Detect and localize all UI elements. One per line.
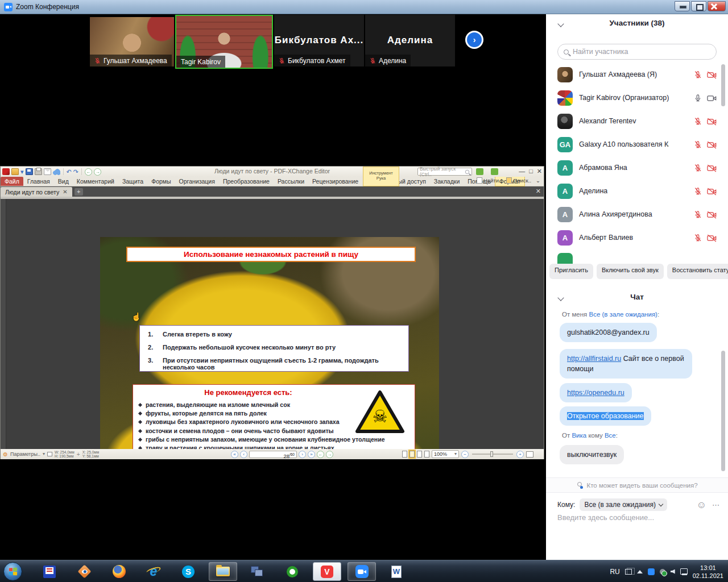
pdf-restore-button[interactable]: □	[529, 168, 533, 175]
zoom-slider-thumb[interactable]	[490, 451, 493, 457]
two-page-layout-icon[interactable]	[417, 451, 422, 458]
taskbar-item-green-app[interactable]	[278, 562, 307, 581]
options-caret-icon[interactable]: ▾	[43, 451, 45, 458]
recipient-link[interactable]: Все (в зале ожидания)	[589, 311, 657, 318]
participant-search[interactable]	[557, 44, 717, 60]
quick-launch-search[interactable]: Быстрый запуск (Ctrl..	[417, 168, 472, 176]
restore-button[interactable]	[691, 1, 706, 11]
sender-link[interactable]: Вика	[572, 432, 586, 439]
print-icon[interactable]	[35, 168, 42, 175]
taskbar-item-word[interactable]: W	[382, 562, 411, 581]
video-tile-gulshat[interactable]: Гульшат Ахмадеева	[90, 17, 174, 66]
participant-row[interactable]: A Аделина	[546, 180, 717, 203]
menu-convert[interactable]: Преобразование	[219, 177, 274, 186]
dropdown-caret[interactable]: ▾	[20, 168, 24, 175]
chat-visibility-notice[interactable]: Кто может видеть ваши сообщения?	[546, 477, 728, 493]
chat-scrollbar[interactable]	[721, 351, 725, 471]
volume-icon[interactable]	[671, 569, 675, 574]
zoom-tray-icon[interactable]	[648, 568, 655, 575]
tray-expand-icon[interactable]	[637, 570, 643, 573]
start-button[interactable]	[3, 562, 22, 581]
participant-row[interactable]: Alexandr Terentev	[546, 110, 717, 133]
cloud-icon[interactable]	[53, 168, 60, 175]
search-button[interactable]: Поиск..	[506, 177, 531, 184]
redo-icon[interactable]: ↷	[73, 168, 78, 175]
single-page-layout-icon[interactable]	[402, 451, 407, 458]
next-view-button[interactable]: →	[326, 451, 333, 458]
restore-status-button[interactable]: Восстановить стату	[667, 264, 728, 279]
taskbar-item-explorer-active[interactable]	[209, 562, 237, 581]
tab-close-icon[interactable]: ✕	[63, 189, 67, 195]
prev-view-button[interactable]: ←	[317, 451, 324, 458]
recipient-link[interactable]: Все	[605, 432, 616, 439]
taskbar-item-save-app[interactable]	[35, 562, 64, 581]
minimize-button[interactable]	[675, 1, 690, 11]
menu-forms[interactable]: Формы	[147, 177, 175, 186]
continuous-layout-icon-active[interactable]	[410, 451, 415, 458]
open-icon[interactable]	[11, 168, 19, 175]
menu-view[interactable]: Вид	[54, 177, 73, 186]
clock[interactable]: 13:01 02.11.2021	[693, 564, 723, 580]
prev-page-button[interactable]: ‹	[240, 451, 247, 458]
share-settings-icon[interactable]	[476, 168, 483, 175]
zoom-slider[interactable]	[472, 454, 513, 455]
chat-message-input[interactable]	[557, 513, 722, 522]
tabbar-close-icon[interactable]: ✕	[536, 188, 541, 195]
back-icon[interactable]: ←	[85, 168, 92, 176]
menu-file[interactable]: Файл	[1, 177, 23, 186]
invite-button[interactable]: Пригласить	[549, 264, 593, 279]
network-icon[interactable]	[680, 568, 688, 575]
email-icon[interactable]	[44, 168, 51, 175]
zoom-in-button[interactable]: +	[516, 451, 524, 458]
menu-organize[interactable]: Организация	[175, 177, 219, 186]
document-tab[interactable]: Люди идут по свету ✕	[1, 187, 72, 197]
taskbar-item-zoom-active[interactable]	[348, 562, 376, 581]
video-tile-tagir-active-speaker[interactable]: Tagir Kabirov	[175, 15, 273, 69]
options-button[interactable]: Параметры..	[10, 451, 40, 457]
participant-search-input[interactable]	[573, 48, 704, 56]
new-tab-button[interactable]: +	[75, 188, 83, 196]
toolbar-chevron-icon[interactable]: ⌄	[536, 177, 540, 184]
menu-mailings[interactable]: Рассылки	[274, 177, 308, 186]
next-page-button[interactable]: ›	[299, 451, 306, 458]
pdf-close-button[interactable]: ✕	[537, 168, 542, 175]
chat-link[interactable]: http://allfirstaid.ru	[567, 355, 621, 363]
participant-row[interactable]: A Абрамова Яна	[546, 156, 717, 180]
participant-row[interactable]: GA Galaxy A10 пользователя Ками...	[546, 133, 717, 156]
taskbar-item-skype[interactable]: S	[174, 562, 202, 581]
taskbar-item-remote-desktop[interactable]	[243, 562, 272, 581]
first-page-button[interactable]: «	[231, 451, 238, 458]
participant-row[interactable]: Гульшат Ахмадеева (Я)	[546, 63, 717, 86]
language-indicator[interactable]: RU	[610, 568, 619, 576]
recipient-select[interactable]: Все (в зале ожидания)	[580, 498, 667, 511]
undo-icon[interactable]: ↶	[67, 168, 72, 175]
page-number-input[interactable]: 28/60	[249, 451, 297, 458]
emoji-button[interactable]: ☺	[697, 500, 706, 511]
grid-layout-icon[interactable]	[424, 451, 429, 458]
taskbar-item-vivaldi-active[interactable]: V	[313, 562, 341, 581]
close-button[interactable]	[708, 1, 726, 11]
taskbar-item-internet-explorer[interactable]: e	[139, 562, 168, 581]
participants-scrollbar[interactable]	[721, 64, 725, 106]
participant-row[interactable]: Tagir Kabirov (Организатор)	[546, 86, 717, 110]
menu-bookmarks[interactable]: Закладки	[430, 177, 464, 186]
usb-tray-icon[interactable]	[660, 569, 665, 575]
document-view[interactable]: Использование незнакомых растений в пищу…	[1, 197, 544, 449]
forward-icon[interactable]: →	[94, 168, 101, 176]
zoom-out-button[interactable]: −	[461, 451, 469, 458]
find-button[interactable]: Найти..	[477, 177, 502, 184]
chat-more-button[interactable]: ⋯	[712, 501, 720, 509]
save-icon[interactable]	[26, 168, 33, 175]
taskbar-item-firefox[interactable]	[105, 562, 133, 581]
menu-protect[interactable]: Защита	[118, 177, 147, 186]
pdf-minimize-button[interactable]: —	[519, 168, 525, 175]
grid-view-icon[interactable]	[491, 168, 498, 175]
participant-row[interactable]: A Альберт Валиев	[546, 226, 717, 250]
last-page-button[interactable]: »	[308, 451, 315, 458]
chat-link[interactable]: https://openedu.ru	[567, 389, 624, 397]
fullscreen-icon[interactable]	[526, 451, 533, 458]
taskbar-item-faststone[interactable]	[70, 562, 98, 581]
video-tile-bikbulatov[interactable]: Бикбулатов Ах... Бикбулатов Ахмет	[274, 15, 364, 66]
participant-row[interactable]: A Алина Ахияретдинова	[546, 203, 717, 226]
video-tile-adelina[interactable]: Аделина Аделина	[365, 15, 455, 66]
